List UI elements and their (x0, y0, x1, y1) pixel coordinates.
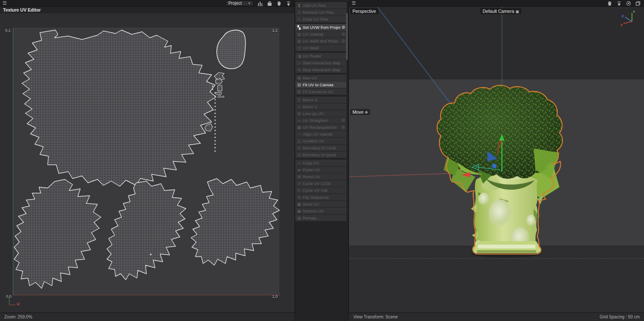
boundary-to-quad-icon: ⊡ (295, 153, 303, 157)
fit-canvas-to-uv-icon: ⊞ (295, 90, 303, 94)
camera-label[interactable]: Default Camera ▣ (480, 8, 521, 14)
uv-command-stop-interactive-mapping[interactable]: ⊘ Stop Interactive Mapping ⚙ (295, 67, 346, 73)
boundary-to-circle-icon: ⊙ (295, 146, 303, 150)
remap-icon: ▨ (295, 216, 303, 220)
uv-command-cycle-uv-ccw[interactable]: ↺ Cycle UV CCW ⚙ (295, 180, 346, 187)
view-label[interactable]: Perspective (350, 8, 378, 14)
uv-corner-label: 1,0 (272, 294, 278, 299)
set-uvw-projection-icon: ▚ (295, 25, 303, 30)
uv-command-store-uv[interactable]: ▣ Store UV ⚙ (295, 201, 346, 207)
uv-command-max-uv[interactable]: ⊠ Max UV ⚙ (295, 75, 346, 81)
uv-command-uv-unwrap[interactable]: ▤ UV Unwrap ⚙ (295, 31, 346, 37)
uv-command-cycle-uv-cw[interactable]: ↻ Cycle UV CW ⚙ (295, 187, 346, 194)
hamburger-menu-icon[interactable]: ☰ (0, 0, 9, 6)
uv-command-paste-uv[interactable]: ▰ Paste UV ⚙ (295, 167, 346, 173)
uv-editor-menu (9, 0, 104, 6)
uv-command-unstitch-uv[interactable]: ◫ Unstitch UV ⚙ (295, 138, 346, 144)
uv-island[interactable] (107, 181, 186, 280)
hamburger-menu-icon[interactable]: ☰ (349, 0, 358, 6)
maximize-icon[interactable] (635, 0, 641, 6)
broccoli-model[interactable] (437, 85, 562, 253)
uv-island[interactable] (22, 30, 216, 186)
move-cursor-icon: ✥ (365, 110, 368, 115)
uv-island[interactable] (222, 96, 224, 97)
uv-island[interactable] (191, 179, 279, 265)
restore-uv-icon: ▣ (295, 209, 303, 213)
gear-icon[interactable]: ⚙ (340, 39, 346, 43)
uv-command-uv-peeler[interactable]: ◨ UV Peeler ⚙ (295, 53, 346, 59)
scrollbar-thumb[interactable] (346, 13, 348, 60)
clear-uv-pins-icon: × (295, 17, 303, 21)
v-axis-line (9, 298, 9, 305)
application-window: ☰ Project▼ Texture UV Editor (0, 0, 644, 321)
store-uv-icon: ▣ (295, 202, 303, 206)
uv-canvas[interactable] (13, 28, 280, 295)
gear-icon[interactable]: ⚙ (340, 25, 346, 30)
line-up-uv-icon: ⊞ (295, 112, 303, 116)
uv-command-flip-sequence[interactable]: ⇅ Flip Sequence ⚙ (295, 194, 346, 200)
remove-uv-pins-icon: ↧ (295, 10, 303, 15)
orientation-axis-gizmo: Y Z X (620, 9, 638, 27)
uv-command-uv-weld[interactable]: ◫ UV Weld ⚙ (295, 45, 346, 51)
uv-command-start-interactive-mapping[interactable]: ▷ Start Interactive Mapping ⚙ (295, 60, 346, 66)
uv-command-add-uv-pins[interactable]: ↥ Add UV Pins ⚙ (295, 2, 346, 9)
cycle-uv-ccw-icon: ↺ (295, 182, 303, 186)
uv-command-boundary-to-circle[interactable]: ⊙ Boundary to Circle ⚙ (295, 145, 346, 151)
uv-peeler-icon: ◨ (295, 54, 303, 58)
rotate-view-icon[interactable] (626, 0, 631, 6)
uv-command-boundary-to-quad[interactable]: ⊡ Boundary to Quad ⚙ (295, 151, 346, 158)
lock-icon[interactable] (267, 0, 272, 6)
uv-command-align-uv-islands[interactable]: ◔ Align UV Islands ⚙ (295, 131, 346, 137)
uv-weld-relax-icon: ▥ (295, 39, 303, 43)
viewport-3d[interactable]: Perspective Default Camera ▣ Move ✥ Y Z … (349, 7, 644, 312)
u-axis-line (9, 305, 15, 305)
uv-unwrap-icon: ▤ (295, 32, 303, 36)
viewport-statusbar: View Transform: Scene Grid Spacing : 50 … (349, 312, 644, 321)
panel-title: Texture UV Editor (0, 7, 295, 13)
uv-command-uv-rectangularize[interactable]: ▦ UV Rectangularize ⚙ (295, 124, 346, 130)
uv-island[interactable] (218, 96, 221, 97)
project-dropdown[interactable]: Project▼ (226, 0, 253, 6)
gear-icon[interactable]: ⚙ (340, 118, 346, 123)
uv-editor-header-tools: Project▼ (226, 0, 295, 6)
uv-island[interactable] (217, 30, 246, 69)
uv-command-reset-uv[interactable]: ⊠ Reset UV ⚙ (295, 173, 346, 180)
uv-command-fit-canvas-to-uv[interactable]: ⊞ Fit Canvas to UV ⚙ (295, 88, 346, 95)
uv-command-mirror-u[interactable]: ∥ Mirror U ⚙ (295, 97, 346, 103)
uv-command-set-uvw-from-projection[interactable]: ▚ Set UVW from Projection ⚙ (295, 24, 346, 30)
add-uv-pins-icon: ↥ (295, 3, 303, 8)
pin-view-icon[interactable] (286, 0, 291, 6)
uv-axis-widget: U (9, 298, 26, 306)
start-interactive-mapping-icon: ▷ (295, 61, 303, 65)
uv-command-restore-uv[interactable]: ▣ Restore UV ⚙ (295, 208, 346, 214)
uv-weld-icon: ◫ (295, 46, 303, 50)
uv-island[interactable] (216, 92, 222, 94)
flip-sequence-icon: ⇅ (295, 195, 303, 200)
uv-command-copy-uv[interactable]: ▱ Copy UV ⚙ (295, 160, 346, 166)
gear-icon[interactable]: ⚙ (340, 32, 346, 36)
uv-command-fit-uv-to-canvas[interactable]: ⊡ Fit UV to Canvas ⚙ (295, 82, 346, 88)
uv-command-remap-[interactable]: ▨ Remap... ⚙ (295, 215, 346, 221)
pan-hand-icon[interactable] (276, 0, 282, 6)
uv-island[interactable] (205, 124, 213, 131)
axis-z-label: Z (622, 14, 624, 18)
uv-island[interactable] (150, 254, 152, 255)
pan-hand-icon[interactable] (607, 0, 612, 6)
uv-command-line-up-uv[interactable]: ⊞ Line Up UV ⚙ (295, 110, 346, 117)
histogram-icon[interactable] (257, 0, 263, 6)
uv-island[interactable] (218, 85, 222, 91)
uv-island[interactable] (14, 179, 101, 288)
uv-rectangularize-icon: ▦ (295, 125, 303, 130)
uv-command-remove-uv-pins[interactable]: ↧ Remove UV Pins ⚙ (295, 9, 346, 15)
uv-command-mirror-v[interactable]: ≡ Mirror V ⚙ (295, 103, 346, 110)
uv-command-uv-weld-and-relax[interactable]: ▥ UV Weld and Relax ⚙ (295, 38, 346, 44)
uv-canvas-area: 0,1 1,1 0,0 1,0 U (0, 13, 295, 312)
gear-icon[interactable]: ⚙ (340, 125, 346, 130)
pin-view-icon[interactable] (616, 0, 622, 6)
uv-command-uv-straighten[interactable]: ▭ UV Straighten ⚙ (295, 117, 346, 124)
uv-command-clear-uv-pins[interactable]: × Clear UV Pins ⚙ (295, 16, 346, 22)
uv-islands-graphic (13, 28, 280, 296)
uv-header-icons (257, 0, 291, 6)
zoom-level: Zoom: 259.0% (4, 315, 32, 319)
mirror-v-icon: ≡ (295, 105, 303, 109)
